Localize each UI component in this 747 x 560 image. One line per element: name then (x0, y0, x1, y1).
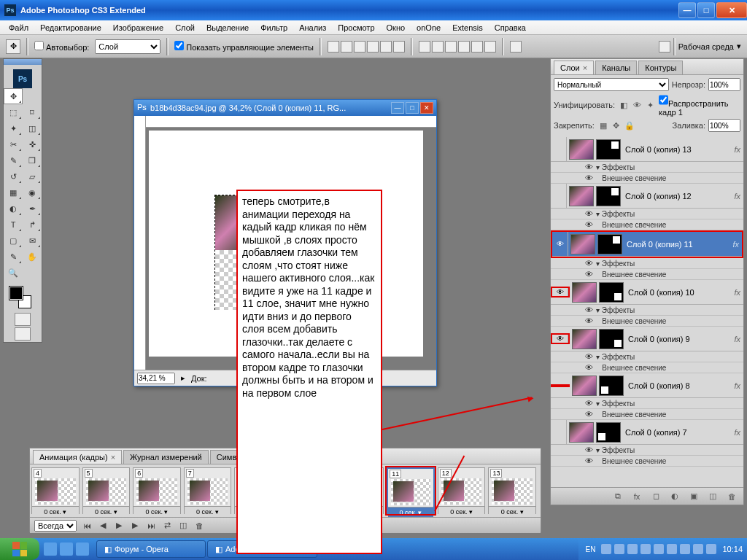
layer-row[interactable]: Слой 0 (копия) 7fx (551, 420, 743, 445)
layer-name[interactable]: Слой 0 (копия) 7 (621, 428, 743, 437)
tab-layers[interactable]: Слои× (554, 61, 594, 74)
menu-анализ[interactable]: Анализ (293, 22, 332, 34)
menu-просмотр[interactable]: Просмотр (332, 22, 380, 34)
effects-row[interactable]: 👁▾ Эффекты (551, 209, 743, 219)
zoom-tool[interactable]: 🔍 (4, 265, 23, 281)
menu-файл[interactable]: Файл (3, 22, 34, 34)
tray-icon[interactable] (601, 544, 611, 554)
type-tool[interactable]: T (4, 217, 23, 233)
auto-align-icon[interactable] (510, 41, 522, 52)
doc-minimize-button[interactable]: — (391, 102, 404, 114)
distribute-icon[interactable] (445, 41, 457, 52)
visibility-toggle[interactable] (552, 288, 568, 296)
layer-row[interactable]: Слой 0 (копия) 13fx (551, 137, 743, 162)
visibility-toggle[interactable] (551, 137, 567, 161)
blend-mode-select[interactable]: Нормальный (554, 78, 669, 91)
layer-mask-thumbnail[interactable] (596, 139, 621, 160)
start-button[interactable] (0, 538, 39, 560)
layer-style-icon[interactable]: fx (631, 491, 643, 502)
menu-редактирование[interactable]: Редактирование (34, 22, 107, 34)
layer-name[interactable]: Слой 0 (копия) 11 (622, 240, 742, 249)
autoselect-checkbox[interactable]: Автовыбор: (34, 41, 89, 52)
fx-badge[interactable]: fx (734, 145, 740, 154)
lock-all-icon[interactable]: 🔒 (624, 120, 635, 131)
loop-select[interactable]: Всегда (34, 520, 77, 532)
effects-row[interactable]: 👁▾ Эффекты (551, 445, 743, 456)
fx-badge[interactable]: fx (734, 288, 740, 297)
unify-visibility-icon[interactable]: 👁 (631, 99, 643, 111)
opacity-field[interactable] (708, 78, 740, 91)
doc-maximize-button[interactable]: □ (406, 102, 419, 114)
distribute-icon[interactable] (419, 41, 430, 52)
menu-выделение[interactable]: Выделение (201, 22, 255, 34)
outer-glow-row[interactable]: 👁 Внешнее свечение (551, 456, 743, 467)
outer-glow-row[interactable]: 👁 Внешнее свечение (551, 219, 743, 230)
show-controls-checkbox[interactable]: Показать управляющие элементы (174, 41, 314, 52)
animation-frame[interactable]: 130 сек. ▾ (488, 467, 536, 514)
menu-onone[interactable]: onOne (411, 22, 446, 34)
layer-mask-thumbnail[interactable] (599, 282, 624, 303)
move-tool[interactable]: ✥ (4, 88, 23, 104)
tray-icon[interactable] (706, 544, 716, 554)
tray-icon[interactable] (640, 544, 651, 554)
effects-row[interactable]: 👁▾ Эффекты (551, 258, 743, 269)
distribute-icon[interactable] (484, 41, 496, 52)
layer-name[interactable]: Слой 0 (копия) 8 (624, 381, 743, 390)
outer-glow-row[interactable]: 👁 Внешнее свечение (551, 173, 743, 184)
quicklaunch-icon[interactable] (60, 542, 73, 556)
effects-row[interactable]: 👁▾ Эффекты (551, 398, 743, 409)
tab-animation[interactable]: Анимация (кадры)× (33, 450, 122, 464)
animation-frame[interactable]: 50 сек. ▾ (82, 467, 131, 514)
last-frame-icon[interactable]: ⏭ (145, 520, 157, 532)
tab-paths[interactable]: Контуры (638, 61, 683, 74)
menu-справка[interactable]: Справка (489, 22, 532, 34)
distribute-icon[interactable] (471, 41, 483, 52)
eraser-tool[interactable]: ▱ (23, 168, 42, 184)
visibility-toggle[interactable] (552, 232, 568, 256)
slice-tool[interactable]: ✂ (4, 136, 23, 152)
menu-фильтр[interactable]: Фильтр (255, 22, 293, 34)
tray-icon[interactable] (654, 544, 664, 554)
shape-tool[interactable]: ▢ (4, 233, 23, 249)
tab-measurement-log[interactable]: Журнал измерений (123, 450, 209, 464)
first-frame-icon[interactable]: ⏮ (81, 520, 93, 532)
layer-thumbnail[interactable] (572, 329, 597, 349)
quicklaunch-icon[interactable] (44, 542, 57, 556)
align-icon[interactable] (367, 41, 379, 52)
pen-tool[interactable]: ✒ (23, 201, 42, 217)
align-icon[interactable] (393, 41, 405, 52)
effects-row[interactable]: 👁▾ Эффекты (551, 351, 743, 362)
tab-channels[interactable]: Каналы (595, 61, 637, 74)
window-close-button[interactable]: ✕ (716, 2, 747, 18)
workspace-switcher[interactable]: Рабочая среда (678, 42, 734, 51)
language-indicator[interactable]: EN (583, 545, 599, 553)
notes-tool[interactable]: ✉ (23, 233, 42, 249)
layer-thumbnail[interactable] (569, 186, 594, 206)
color-swatches[interactable] (4, 285, 42, 311)
go-bridge-icon[interactable] (659, 41, 670, 52)
gradient-tool[interactable]: ▦ (4, 184, 23, 201)
layer-name[interactable]: Слой 0 (копия) 12 (621, 192, 743, 201)
taskbar-task[interactable]: ◧Форум - Opera (96, 540, 206, 558)
outer-glow-row[interactable]: 👁 Внешнее свечение (551, 362, 743, 373)
layer-mask-thumbnail[interactable] (599, 329, 624, 349)
document-titlebar[interactable]: Ps b18b4d38ac94.jpg @ 34,2% (Слой 0 (коп… (134, 100, 436, 116)
layer-row[interactable]: Слой 0 (копия) 11fx (552, 232, 742, 257)
adjustment-layer-icon[interactable]: ◐ (669, 491, 681, 502)
path-tool[interactable]: ↱ (23, 217, 42, 233)
brush-tool[interactable]: ✎ (4, 152, 23, 168)
play-icon[interactable]: ▶ (113, 520, 125, 532)
align-icon[interactable] (341, 41, 352, 52)
propagate-frame-checkbox[interactable]: Распространить кадр 1 (659, 93, 740, 117)
heal-tool[interactable]: ✜ (23, 136, 42, 152)
layer-name[interactable]: Слой 0 (копия) 9 (624, 335, 743, 343)
tray-icon[interactable] (627, 544, 638, 554)
layer-row[interactable]: Слой 0 (копия) 10fx (551, 280, 743, 305)
animation-frame[interactable]: 40 сек. ▾ (31, 467, 80, 514)
tray-icon[interactable] (680, 544, 690, 554)
menu-extensis[interactable]: Extensis (446, 22, 489, 34)
layer-mask-thumbnail[interactable] (596, 186, 621, 206)
lasso-tool[interactable]: ⌑ (23, 104, 42, 120)
layer-mask-thumbnail[interactable] (599, 376, 624, 396)
window-minimize-button[interactable]: — (678, 2, 696, 18)
